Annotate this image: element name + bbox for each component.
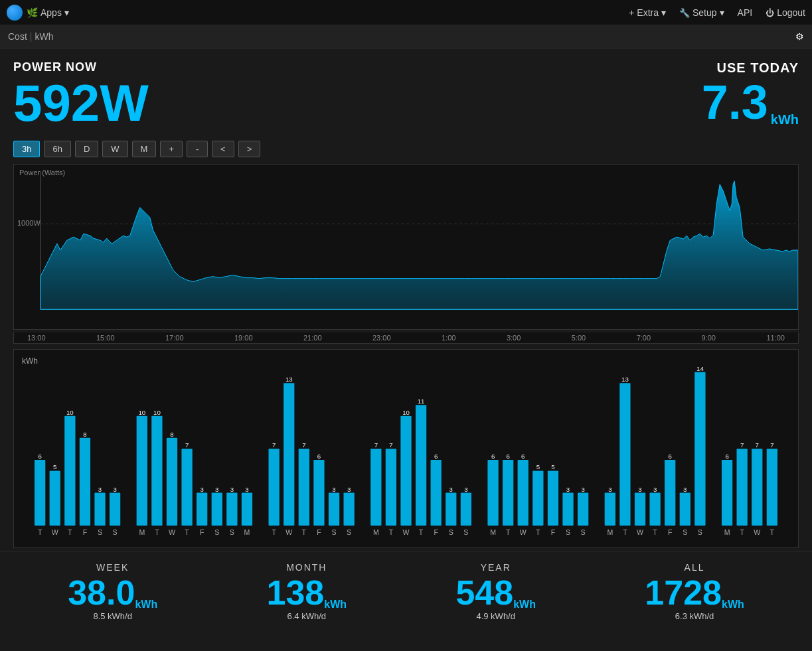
nav-left: Apps ▾	[7, 5, 69, 21]
all-label: ALL	[645, 562, 744, 573]
power-chart: Power (Watts) 1000W	[13, 164, 799, 330]
svg-text:M: M	[607, 528, 613, 536]
setup-label: Setup	[692, 7, 717, 18]
svg-text:13: 13	[621, 376, 629, 383]
svg-text:3: 3	[230, 486, 234, 493]
svg-text:T: T	[389, 528, 394, 536]
bar-chart-container: kWh 6T5W10T8F3S3S10M10T8W7T3F3S3S3M7T13W…	[13, 349, 799, 548]
svg-rect-112	[635, 492, 645, 526]
tick-0300: 3:00	[507, 334, 521, 342]
btn-month[interactable]: M	[132, 141, 157, 157]
logout-button[interactable]: Logout	[766, 7, 805, 18]
use-today-value: 7.3kWh	[702, 78, 799, 126]
svg-rect-40	[226, 492, 237, 526]
svg-rect-79	[446, 492, 456, 526]
month-label: MONTH	[267, 562, 347, 573]
time-button-row: 3h 6h D W M + - < >	[0, 135, 812, 161]
year-number: 548	[455, 573, 513, 612]
summary-month: MONTH 138kWh 6.4 kWh/d	[267, 562, 347, 621]
svg-text:W: W	[754, 528, 760, 536]
svg-text:6: 6	[725, 453, 728, 460]
tick-1500: 15:00	[96, 334, 115, 342]
kwh-link[interactable]: kWh	[35, 31, 53, 42]
wrench-icon	[679, 7, 690, 18]
svg-text:S: S	[581, 528, 586, 536]
svg-text:S: S	[449, 528, 453, 536]
month-daily: 6.4 kWh/d	[267, 611, 347, 621]
btn-6h[interactable]: 6h	[44, 141, 70, 157]
btn-zoom-out[interactable]: -	[187, 141, 208, 157]
plus-icon: +	[629, 7, 634, 18]
btn-3h[interactable]: 3h	[13, 141, 40, 157]
svg-text:5: 5	[536, 463, 540, 470]
year-unit: kWh	[513, 599, 536, 610]
btn-prev[interactable]: <	[212, 141, 234, 157]
svg-rect-7	[50, 470, 60, 526]
tick-0100: 1:00	[442, 334, 455, 342]
svg-text:T: T	[506, 528, 511, 536]
use-today-unit: kWh	[771, 112, 799, 127]
apps-label: Apps	[41, 7, 62, 18]
svg-rect-133	[752, 449, 762, 526]
extra-menu[interactable]: + Extra ▾	[629, 7, 666, 18]
btn-week[interactable]: W	[102, 141, 127, 157]
svg-rect-16	[94, 492, 105, 526]
toolbar-separator: |	[30, 31, 33, 42]
svg-text:6: 6	[491, 453, 495, 460]
svg-rect-106	[605, 492, 615, 526]
svg-rect-103	[578, 492, 588, 526]
svg-text:W: W	[169, 528, 175, 536]
svg-text:T: T	[653, 528, 657, 536]
navbar: Apps ▾ + Extra ▾ Setup ▾ API Logout	[0, 0, 812, 25]
svg-text:3: 3	[113, 486, 116, 493]
svg-text:3: 3	[638, 486, 641, 493]
toolbar-settings[interactable]	[795, 31, 804, 42]
logout-label: Logout	[777, 7, 805, 18]
svg-text:7: 7	[770, 441, 773, 449]
month-unit: kWh	[324, 599, 347, 610]
year-value: 548kWh	[455, 575, 536, 610]
svg-text:7: 7	[302, 441, 305, 449]
svg-text:3: 3	[653, 486, 657, 493]
cost-link[interactable]: Cost	[8, 31, 27, 42]
svg-text:1000W: 1000W	[17, 219, 41, 227]
btn-day[interactable]: D	[75, 141, 98, 157]
bar-chart-svg: 6T5W10T8F3S3S10M10T8W7T3F3S3S3M7T13W7T6F…	[18, 366, 794, 545]
svg-text:3: 3	[449, 486, 453, 493]
svg-text:5: 5	[551, 463, 554, 470]
tick-1300: 13:00	[27, 334, 46, 342]
btn-zoom-in[interactable]: +	[160, 141, 183, 157]
svg-text:S: S	[683, 528, 687, 536]
tick-2100: 21:00	[303, 334, 322, 342]
svg-text:M: M	[490, 528, 496, 536]
svg-text:7: 7	[389, 441, 392, 449]
svg-text:3: 3	[566, 486, 570, 493]
svg-text:3: 3	[332, 486, 335, 493]
api-link[interactable]: API	[738, 7, 753, 18]
svg-rect-127	[722, 460, 732, 526]
svg-text:T: T	[155, 528, 159, 536]
svg-text:S: S	[113, 528, 118, 536]
svg-text:W: W	[285, 528, 292, 536]
month-number: 138	[267, 573, 325, 612]
btn-next[interactable]: >	[238, 141, 261, 157]
svg-text:W: W	[52, 528, 58, 536]
year-daily: 4.9 kWh/d	[455, 611, 536, 621]
svg-text:S: S	[230, 528, 234, 536]
setup-menu[interactable]: Setup ▾	[679, 7, 724, 18]
svg-text:T: T	[536, 528, 540, 536]
svg-text:T: T	[272, 528, 276, 536]
summary-all: ALL 1728kWh 6.3 kWh/d	[645, 562, 744, 621]
tick-1700: 17:00	[165, 334, 184, 342]
svg-text:T: T	[38, 528, 42, 536]
svg-rect-34	[197, 492, 207, 526]
svg-text:10: 10	[138, 409, 145, 416]
svg-text:6: 6	[38, 453, 41, 460]
toolbar: Cost | kWh	[0, 25, 812, 48]
svg-text:F: F	[83, 528, 88, 536]
svg-text:W: W	[520, 528, 527, 536]
year-label: YEAR	[455, 562, 536, 573]
svg-rect-136	[767, 449, 777, 526]
apps-dropdown-icon: ▾	[64, 7, 69, 18]
apps-menu[interactable]: Apps ▾	[27, 7, 69, 18]
